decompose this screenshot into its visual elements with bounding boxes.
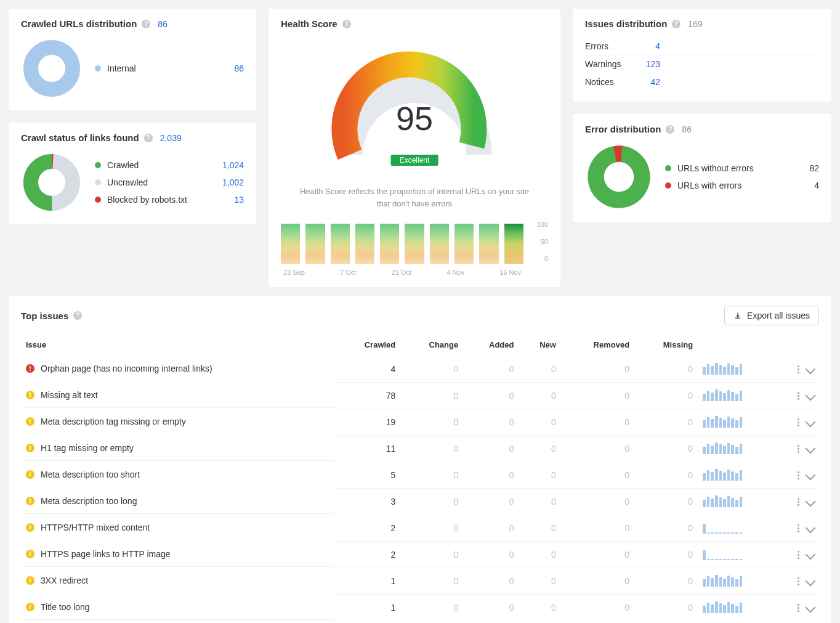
help-icon[interactable]: ? <box>666 125 674 134</box>
row-menu-icon[interactable] <box>798 524 799 532</box>
svg-point-0 <box>31 47 73 89</box>
crawled-urls-count[interactable]: 86 <box>158 19 168 29</box>
sparkline-cell <box>698 568 777 595</box>
issue-name-cell[interactable]: iMeta description too short <box>21 462 335 487</box>
legend-value: 1,002 <box>222 177 244 187</box>
row-menu-icon[interactable] <box>798 392 799 400</box>
row-menu-icon[interactable] <box>798 445 799 453</box>
row-menu-icon[interactable] <box>798 418 799 426</box>
table-row[interactable]: iMeta description tag missing or empty19… <box>21 409 819 436</box>
issue-name-cell[interactable]: iHTTPS page links to HTTP image <box>21 542 335 567</box>
issues-dist-count: 42 <box>636 77 660 87</box>
added-cell: 0 <box>463 409 519 436</box>
legend-value: 13 <box>234 195 244 205</box>
column-header[interactable]: Change <box>400 334 463 356</box>
issue-name-cell[interactable]: iMeta description tag missing or empty <box>21 409 335 434</box>
new-cell: 0 <box>519 383 560 409</box>
severity-icon: i <box>26 391 34 399</box>
severity-icon: i <box>26 444 34 452</box>
row-menu-icon[interactable] <box>798 577 799 585</box>
legend-item[interactable]: Blocked by robots.txt13 <box>95 191 244 208</box>
legend-item[interactable]: URLs with errors4 <box>665 177 819 194</box>
help-icon[interactable]: ? <box>73 311 82 320</box>
health-score-value: 95 <box>396 99 433 137</box>
download-icon <box>733 311 742 320</box>
table-row[interactable]: iMissing alt text7800000 <box>21 383 819 409</box>
sparkline-cell <box>698 542 777 568</box>
missing-cell: 0 <box>634 515 698 542</box>
legend-label: Crawled <box>107 160 139 170</box>
change-cell: 0 <box>400 595 463 621</box>
sparkline-cell <box>698 595 777 621</box>
expand-row-icon[interactable] <box>806 549 816 560</box>
sparkline <box>703 496 742 507</box>
issues-dist-name: Errors <box>585 41 628 51</box>
issue-title: Meta description too long <box>41 496 137 506</box>
issue-name-cell[interactable]: i3XX redirect <box>21 568 335 593</box>
row-menu-icon[interactable] <box>798 365 799 373</box>
change-cell: 0 <box>400 568 463 595</box>
crawl-status-count[interactable]: 2,039 <box>160 133 182 143</box>
legend-value: 86 <box>234 63 244 73</box>
expand-row-icon[interactable] <box>806 523 816 533</box>
crawl-status-donut <box>21 152 83 213</box>
legend-item[interactable]: Crawled1,024 <box>95 157 244 174</box>
table-row[interactable]: !Orphan page (has no incoming internal l… <box>21 356 819 383</box>
top-issues-panel: Top issues ? Export all issues IssueCraw… <box>9 296 831 623</box>
issue-title: H1 tag missing or empty <box>41 443 134 453</box>
row-menu-icon[interactable] <box>798 471 799 479</box>
crawled-cell: 5 <box>335 462 401 489</box>
issues-dist-row[interactable]: Warnings123 <box>585 55 819 73</box>
issue-name-cell[interactable]: iMissing alt text <box>21 383 335 408</box>
missing-cell: 0 <box>634 436 698 462</box>
column-header[interactable]: Missing <box>634 334 698 356</box>
issue-name-cell[interactable]: iH1 tag missing or empty <box>21 436 335 461</box>
column-header[interactable]: New <box>519 334 560 356</box>
expand-row-icon[interactable] <box>806 364 816 374</box>
expand-row-icon[interactable] <box>806 390 816 401</box>
new-cell: 0 <box>519 356 560 383</box>
table-row[interactable]: iMeta description too short500000 <box>21 462 819 489</box>
issue-name-cell[interactable]: iTitle too long <box>21 595 335 620</box>
table-row[interactable]: i3XX redirect100000 <box>21 568 819 595</box>
sparkline <box>703 602 742 613</box>
crawled-cell: 3 <box>335 489 401 515</box>
row-menu-icon[interactable] <box>798 551 799 559</box>
issues-dist-row[interactable]: Notices42 <box>585 73 819 91</box>
table-row[interactable]: iTitle too long100000 <box>21 595 819 621</box>
issue-name-cell[interactable]: iHTTPS/HTTP mixed content <box>21 515 335 540</box>
column-header[interactable]: Crawled <box>335 334 401 356</box>
help-icon[interactable]: ? <box>142 20 150 28</box>
issues-dist-row[interactable]: Errors4 <box>585 38 819 55</box>
column-header[interactable]: Removed <box>561 334 634 356</box>
legend-item[interactable]: Uncrawled1,002 <box>95 174 244 191</box>
removed-cell: 0 <box>561 515 634 542</box>
removed-cell: 0 <box>561 462 634 489</box>
row-menu-icon[interactable] <box>798 498 799 506</box>
row-menu-icon[interactable] <box>798 604 799 612</box>
column-header[interactable]: Added <box>463 334 519 356</box>
help-icon[interactable]: ? <box>144 134 153 142</box>
help-icon[interactable]: ? <box>342 20 351 28</box>
expand-row-icon[interactable] <box>806 576 816 586</box>
help-icon[interactable]: ? <box>672 20 680 28</box>
expand-row-icon[interactable] <box>806 470 816 480</box>
issue-name-cell[interactable]: iMeta description too long <box>21 489 335 514</box>
crawled-urls-donut <box>21 38 83 99</box>
issue-name-cell[interactable]: !Orphan page (has no incoming internal l… <box>21 356 335 381</box>
column-header[interactable]: Issue <box>21 334 335 356</box>
new-cell: 0 <box>519 436 560 462</box>
new-cell: 0 <box>519 489 560 515</box>
table-row[interactable]: iMeta description too long300000 <box>21 489 819 515</box>
table-row[interactable]: iHTTPS page links to HTTP image200000 <box>21 542 819 568</box>
expand-row-icon[interactable] <box>806 602 816 613</box>
table-row[interactable]: iH1 tag missing or empty1100000 <box>21 436 819 462</box>
issues-dist-count: 169 <box>688 19 702 29</box>
expand-row-icon[interactable] <box>806 443 816 454</box>
expand-row-icon[interactable] <box>806 496 816 507</box>
export-all-issues-button[interactable]: Export all issues <box>724 306 819 325</box>
legend-item[interactable]: URLs without errors82 <box>665 160 819 177</box>
table-row[interactable]: iHTTPS/HTTP mixed content200000 <box>21 515 819 542</box>
legend-item[interactable]: Internal86 <box>95 60 244 77</box>
expand-row-icon[interactable] <box>806 417 816 427</box>
